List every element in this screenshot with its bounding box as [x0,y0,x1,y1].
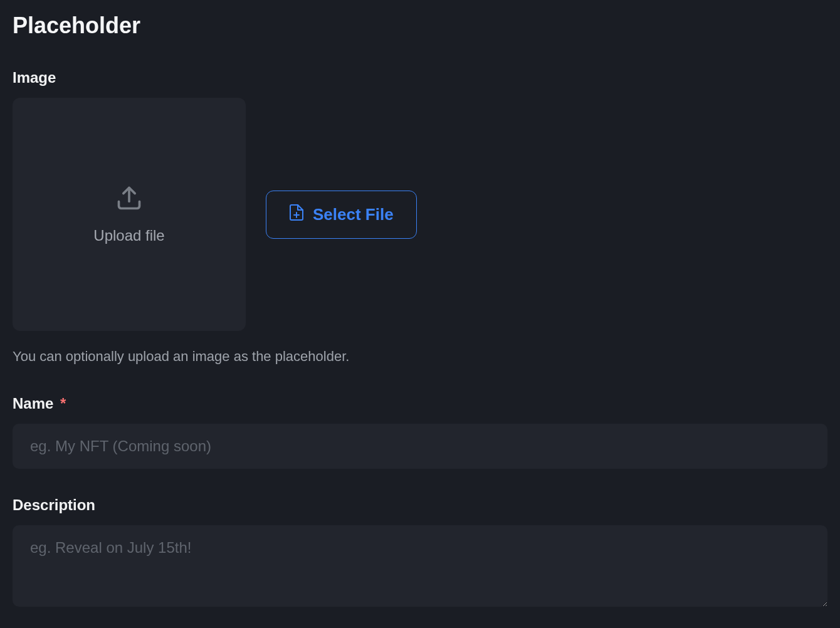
select-file-button[interactable]: Select File [266,191,417,239]
name-field-block: Name * [13,395,827,469]
name-label: Name * [13,395,827,412]
description-label: Description [13,496,827,514]
file-add-icon [289,204,304,226]
name-label-text: Name [13,395,53,412]
upload-icon [115,184,143,214]
image-label: Image [13,69,827,86]
image-row: Upload file Select File [13,98,827,331]
upload-text: Upload file [93,227,164,244]
image-help-text: You can optionally upload an image as th… [13,348,827,365]
image-field-block: Image Upload file Select Fi [13,69,827,365]
upload-dropzone[interactable]: Upload file [13,98,246,331]
description-textarea[interactable] [13,525,827,607]
description-field-block: Description [13,496,827,609]
name-input[interactable] [13,424,827,469]
required-asterisk: * [60,395,66,412]
select-file-label: Select File [313,205,394,224]
page-title: Placeholder [13,13,827,39]
